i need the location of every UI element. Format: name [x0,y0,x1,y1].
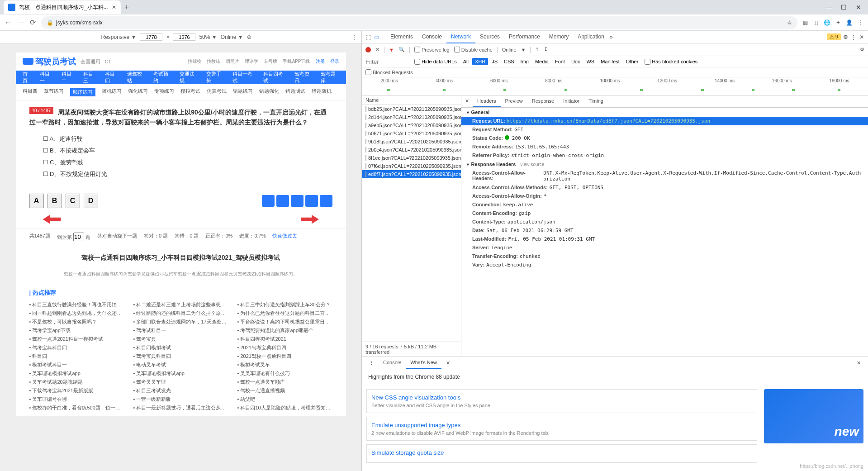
drawer-tab-close-icon[interactable]: ✕ [441,357,455,369]
hot-link[interactable]: • 科目四模拟考试2021 [237,336,332,343]
maximize-button[interactable]: ☐ [841,4,847,11]
subnav-item[interactable]: 章节练习 [44,88,64,96]
request-item[interactable]: a9eb5.json?CALL=?20210205090935.json [362,121,461,129]
nav-item[interactable]: 科目四 [105,71,119,84]
header-link[interactable]: 理论学 [245,58,258,65]
throttle-select[interactable]: Online [502,47,517,52]
subnav-item[interactable]: 错题测试 [285,88,305,96]
device-menu-icon[interactable]: ⋮ [351,34,357,40]
network-timeline[interactable]: 2000 ms4000 ms6000 ms8000 ms10000 ms1200… [362,77,868,95]
hot-link[interactable]: • 驾考宝典 [133,336,228,343]
translate-icon[interactable]: 🌐 [824,19,830,26]
hot-link[interactable]: • 不是驾校，可以自报名照吗？ [29,319,124,325]
detail-tab[interactable]: Response [527,95,559,107]
subnav-item[interactable]: 错题随机 [312,88,332,96]
nav-item[interactable]: 交警手势 [206,71,224,84]
search-icon[interactable]: 🔍 [398,47,405,52]
nav-item[interactable]: 首页 [23,71,32,84]
answer-button[interactable]: A [29,194,44,208]
nav-item[interactable]: 科目二 [62,71,75,84]
action-icon[interactable] [291,195,304,207]
hot-link[interactable]: • 驾考宝典科目四 [133,353,228,360]
hot-link[interactable]: • 驾校办约干白准，看台练500题，也一定找了好… [29,404,124,411]
request-item[interactable]: ed8f7.json?CALL=?20210205090935.json [362,170,461,178]
reload-button[interactable]: ⟳ [30,18,36,27]
hot-link[interactable]: • 科目三考试发光 [133,387,228,394]
drawer-tab[interactable]: Console [379,357,406,369]
star-icon[interactable]: ☆ [787,19,792,26]
question-option[interactable]: ☐ C、疲劳驾驶 [43,157,332,168]
type-filter-chip[interactable]: Img [518,58,531,65]
detail-tab[interactable]: Timing [584,95,608,107]
type-filter-chip[interactable]: All [460,58,471,65]
warning-badge[interactable]: ⚠ 9 [827,33,841,40]
devtools-tab[interactable]: Elements [386,31,417,43]
new-tab-button[interactable]: + [124,3,129,12]
hot-link[interactable]: • 驾考宝典科目四 [29,344,124,351]
height-input[interactable] [173,33,195,41]
hot-link[interactable]: • 驾考学宝app下载 [29,327,124,334]
devtools-tab[interactable]: Sources [475,31,504,43]
question-option[interactable]: ☐ D、不按规定使用灯光 [43,168,332,180]
zoom-select[interactable]: 50% ▼ [199,34,217,40]
request-item[interactable]: 9b18f.json?CALL=?20210205090935.json [362,138,461,146]
hot-link[interactable]: • 下载驾考宝典2021最新版版 [29,387,124,394]
goto-input[interactable] [73,233,84,241]
device-mode-select[interactable]: Responsive ▼ [101,34,136,40]
question-option[interactable]: ☐ A、超速行驶 [43,133,332,145]
request-item[interactable]: 2d1d4.json?CALL=?20210205090935.json [362,113,461,121]
name-column-header[interactable]: Name [362,95,461,105]
ext-icon[interactable]: ▦ [803,19,808,26]
hot-link[interactable]: • 科目三中如何避免指判别踩上车30公分？ [237,301,332,308]
has-blocked-cookies[interactable]: Has blocked cookies [645,59,697,65]
settings-icon[interactable]: ⚙ [842,33,849,41]
action-icon[interactable] [262,195,275,207]
nav-item[interactable]: 交通法规 [180,71,198,84]
answer-button[interactable]: D [84,194,98,208]
hot-link[interactable]: • 科目一最新答题技巧，通看后主边公从久得个… [133,404,228,411]
hot-link[interactable]: • 多部门联合查处违规网约车，17天查处成规42… [133,319,228,325]
header-link[interactable]: 找教练 [207,58,220,65]
header-link[interactable]: 车号牌 [264,58,277,65]
type-filter-chip[interactable]: Font [552,58,568,65]
devtools-menu-icon[interactable]: ⋮ [850,33,857,41]
profile-icon[interactable]: 👤 [846,19,853,26]
header-link[interactable]: 注册 [316,58,325,65]
hot-link[interactable]: • 电动叉车考试 [133,362,228,368]
subnav-item[interactable]: 专项练习 [154,88,174,96]
subnav-item[interactable]: 科目四 [23,88,38,96]
drawer-tab[interactable]: What's New [406,357,441,369]
whats-new-card[interactable]: Emulate unsupported image types2 new emu… [366,417,757,441]
hot-link[interactable]: • 考驾照要知道比的真家app哪最个 [237,327,332,334]
prev-arrow[interactable] [43,215,61,224]
width-input[interactable] [140,33,162,41]
filter-input[interactable] [365,58,411,65]
hot-link[interactable]: • 驾校一点通直播视频 [237,387,332,394]
devtools-tab[interactable]: Application [573,31,609,43]
network-settings-icon[interactable]: ⚙ [860,47,864,52]
type-filter-chip[interactable]: WS [583,58,597,65]
qr-code-icon[interactable] [320,195,332,207]
hide-data-urls[interactable]: Hide data URLs [414,59,457,65]
subnav-item[interactable]: 仿真考试 [207,88,227,96]
inspect-icon[interactable]: ⬚ [365,33,372,41]
general-section[interactable]: General [461,108,868,117]
answer-button[interactable]: B [47,194,62,208]
rotate-icon[interactable]: ⊘ [247,34,251,40]
hot-link[interactable]: • 模拟考试科目一 [29,362,124,368]
back-button[interactable]: ← [5,19,12,27]
hot-link[interactable]: • 驾考叉叉车证 [133,379,228,385]
nav-item[interactable]: 科目三 [83,71,97,84]
clear-icon[interactable]: ⊘ [375,47,379,52]
devtools-tab[interactable]: Memory [545,31,573,43]
nav-item[interactable]: 驾考资讯 [294,71,313,84]
subnav-item[interactable]: 随机练习 [102,88,122,96]
detail-tab[interactable]: Preview [501,95,527,107]
hot-link[interactable]: • 叉车理论模拟考试app [29,370,124,377]
hot-link[interactable]: • 经过路随的还的练科目二为什么挂？原因都在这！ [133,310,228,317]
request-item[interactable]: 2b0c4.json?CALL=?20210205090935.json [362,146,461,154]
hot-link[interactable]: • 平台终说说！离约下司机损益公里需日达7212元… [237,319,332,325]
disable-cache-checkbox[interactable]: Disable cache [454,47,493,52]
nav-item[interactable]: 科目一考试 [232,71,255,84]
detail-tab[interactable]: Initiator [559,95,584,107]
